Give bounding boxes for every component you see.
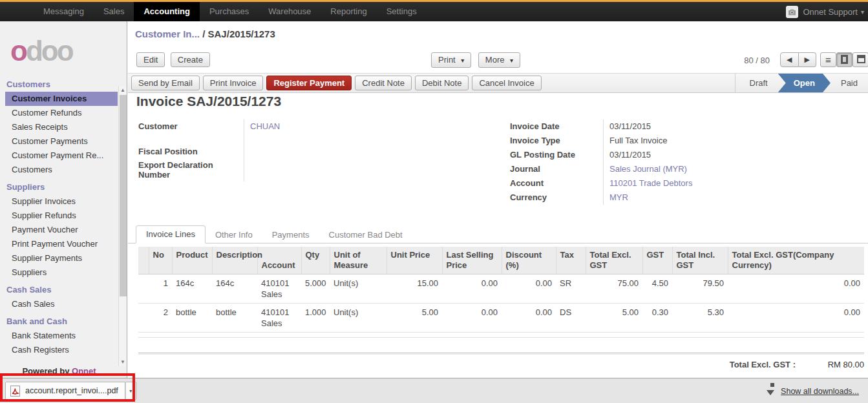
create-button[interactable]: Create bbox=[171, 52, 210, 67]
sidebar-item-sales-receipts[interactable]: Sales Receipts bbox=[0, 120, 127, 134]
cell-discount: 0.00 bbox=[502, 304, 556, 333]
pager-count: 80 / 80 bbox=[744, 56, 770, 65]
col-total-incl-gst[interactable]: Total Incl. GST bbox=[672, 247, 728, 274]
menu-messaging[interactable]: Messaging bbox=[34, 2, 94, 21]
calendar-view-button[interactable] bbox=[852, 52, 868, 67]
table-row[interactable]: 2 bottle bottle 410101 Sales 1.000 Unit(… bbox=[138, 304, 864, 333]
sidebar-item-payment-voucher[interactable]: Payment Voucher bbox=[0, 223, 127, 237]
row-selector[interactable] bbox=[138, 274, 149, 304]
edit-button[interactable]: Edit bbox=[136, 52, 165, 67]
table-row[interactable]: 1 164c 164c 410101 Sales 5.000 Unit(s) 1… bbox=[138, 274, 864, 304]
menu-settings[interactable]: Settings bbox=[377, 2, 427, 21]
debit-note-button[interactable]: Debit Note bbox=[415, 76, 469, 90]
invoice-date-label: Invoice Date bbox=[510, 119, 604, 134]
col-discount[interactable]: Discount (%) bbox=[502, 247, 556, 274]
cell-account: 410101 Sales bbox=[257, 274, 301, 304]
tab-payments[interactable]: Payments bbox=[262, 227, 319, 243]
downloaded-file-button[interactable]: account.report_invoi....pdf bbox=[5, 382, 125, 400]
col-unit-of-measure[interactable]: Unit of Measure bbox=[330, 247, 386, 274]
sidebar-item-customers[interactable]: Customers bbox=[0, 163, 127, 177]
user-name: Onnet Support bbox=[803, 7, 858, 17]
cell-product: 164c bbox=[172, 274, 212, 304]
col-total-excl-gst[interactable]: Total Excl. GST bbox=[586, 247, 642, 274]
sidebar-scrollbar[interactable]: ▲ ▼ bbox=[118, 86, 127, 366]
more-dropdown-button[interactable]: More ▾ bbox=[478, 52, 520, 68]
sidebar-item-print-payment-voucher[interactable]: Print Payment Voucher bbox=[0, 237, 127, 251]
cancel-invoice-button[interactable]: Cancel Invoice bbox=[472, 76, 541, 90]
sidebar-item-suppliers[interactable]: Suppliers bbox=[0, 265, 127, 280]
cell-uom: Unit(s) bbox=[330, 274, 386, 304]
col-description[interactable]: Description bbox=[212, 247, 257, 274]
breadcrumb-parent-link[interactable]: Customer In... bbox=[135, 28, 200, 39]
user-menu[interactable]: Onnet Support ▾ bbox=[786, 2, 868, 21]
sidebar-section-bank-and-cash[interactable]: Bank and Cash bbox=[0, 311, 127, 329]
tab-customer-bad-debt[interactable]: Customer Bad Debt bbox=[319, 227, 412, 243]
scroll-down-icon[interactable]: ▼ bbox=[119, 359, 127, 365]
avatar bbox=[786, 6, 798, 18]
cell-no: 1 bbox=[149, 274, 172, 304]
send-by-email-button[interactable]: Send by Email bbox=[131, 76, 200, 90]
cell-product: bottle bbox=[172, 304, 212, 333]
table-header-row: No Product Description Account Qty Unit … bbox=[138, 247, 864, 274]
tab-other-info[interactable]: Other Info bbox=[206, 227, 262, 243]
field-group-right: Invoice Date 03/11/2015 Invoice Type Ful… bbox=[510, 119, 864, 205]
credit-note-button[interactable]: Credit Note bbox=[355, 76, 412, 90]
row-selector[interactable] bbox=[138, 304, 149, 333]
sidebar-item-customer-payments[interactable]: Customer Payments bbox=[0, 134, 127, 149]
cell-unit-price: 15.00 bbox=[386, 274, 442, 304]
col-qty[interactable]: Qty bbox=[301, 247, 330, 274]
customer-value-link[interactable]: CHUAN bbox=[244, 119, 280, 145]
col-gst[interactable]: GST bbox=[642, 247, 672, 274]
sidebar-section-cash-sales[interactable]: Cash Sales bbox=[0, 280, 127, 297]
chevron-down-icon: ▾ bbox=[510, 57, 513, 64]
col-no[interactable]: No bbox=[149, 247, 172, 274]
show-all-downloads-link[interactable]: Show all downloads... bbox=[781, 387, 859, 396]
menu-purchases[interactable]: Purchases bbox=[200, 2, 259, 21]
sidebar-item-customer-payment-re[interactable]: Customer Payment Re... bbox=[0, 149, 127, 163]
chevron-down-icon: ▾ bbox=[861, 8, 864, 16]
col-last-selling-price[interactable]: Last Selling Price bbox=[442, 247, 502, 274]
top-menubar: Messaging Sales Accounting Purchases War… bbox=[0, 2, 868, 21]
onnet-brand-link[interactable]: Onnet bbox=[72, 366, 96, 376]
col-unit-price[interactable]: Unit Price bbox=[386, 247, 442, 274]
state-paid: Paid bbox=[831, 74, 868, 92]
sidebar-item-customer-refunds[interactable]: Customer Refunds bbox=[0, 106, 127, 120]
print-dropdown-button[interactable]: Print ▾ bbox=[431, 52, 471, 68]
col-tax[interactable]: Tax bbox=[556, 247, 586, 274]
field-group-left: Customer CHUAN Fiscal Position Export De… bbox=[138, 119, 500, 181]
col-total-excl-gst-company[interactable]: Total Excl. GST(Company Currency) bbox=[728, 247, 864, 274]
sidebar-item-cash-sales[interactable]: Cash Sales bbox=[0, 297, 127, 311]
print-invoice-button[interactable]: Print Invoice bbox=[203, 76, 264, 90]
sidebar-item-supplier-payments[interactable]: Supplier Payments bbox=[0, 251, 127, 265]
pager-controls: ◀ ▶ bbox=[780, 52, 816, 67]
customer-label: Customer bbox=[138, 119, 244, 145]
sidebar-item-cash-registers[interactable]: Cash Registers bbox=[0, 343, 127, 357]
menu-reporting[interactable]: Reporting bbox=[321, 2, 376, 21]
col-product[interactable]: Product bbox=[172, 247, 212, 274]
sidebar-section-customers[interactable]: Customers bbox=[0, 74, 127, 92]
sidebar-item-supplier-refunds[interactable]: Supplier Refunds bbox=[0, 209, 127, 223]
sidebar-item-customer-invoices[interactable]: Customer Invoices bbox=[5, 92, 118, 106]
currency-value-link[interactable]: MYR bbox=[604, 191, 628, 205]
sidebar-section-suppliers[interactable]: Suppliers bbox=[0, 177, 127, 194]
total-excl-gst-label: Total Excl. GST : bbox=[730, 360, 796, 369]
form-view-button[interactable] bbox=[836, 52, 852, 67]
main-content: Customer In... / SAJ/2015/1273 Edit Crea… bbox=[128, 21, 868, 378]
col-account[interactable]: Account bbox=[257, 247, 301, 274]
register-payment-button[interactable]: Register Payment bbox=[266, 76, 352, 90]
menu-sales[interactable]: Sales bbox=[94, 2, 134, 21]
account-value-link[interactable]: 110201 Trade Debtors bbox=[604, 176, 692, 191]
next-record-button[interactable]: ▶ bbox=[799, 52, 816, 67]
sidebar-item-bank-statements[interactable]: Bank Statements bbox=[0, 329, 127, 343]
list-view-button[interactable]: ≡ bbox=[820, 52, 836, 67]
download-file-name: account.report_invoi....pdf bbox=[25, 386, 118, 395]
journal-value-link[interactable]: Sales Journal (MYR) bbox=[604, 162, 687, 176]
download-options-button[interactable]: ▾ bbox=[125, 382, 136, 400]
scroll-up-icon[interactable]: ▲ bbox=[119, 87, 127, 93]
sidebar-item-supplier-invoices[interactable]: Supplier Invoices bbox=[0, 194, 127, 209]
menu-accounting[interactable]: Accounting bbox=[134, 2, 200, 21]
previous-record-button[interactable]: ◀ bbox=[780, 52, 798, 67]
menu-warehouse[interactable]: Warehouse bbox=[259, 2, 321, 21]
scrollbar-thumb[interactable] bbox=[120, 95, 127, 296]
tab-invoice-lines[interactable]: Invoice Lines bbox=[136, 225, 206, 243]
